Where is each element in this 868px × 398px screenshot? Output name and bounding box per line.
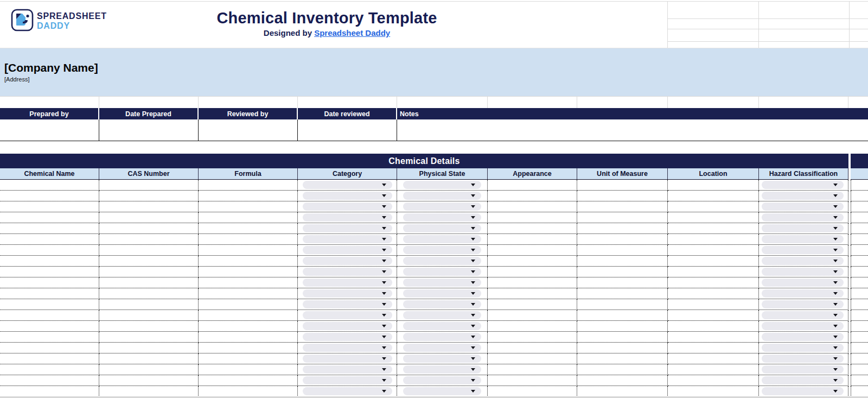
cell-cas-number[interactable] — [99, 191, 199, 201]
cell-unit-of-measure[interactable] — [577, 288, 668, 299]
cell-physical-state[interactable] — [397, 180, 488, 191]
cell-unit-of-measure[interactable] — [577, 267, 668, 277]
cell-formula[interactable] — [199, 353, 298, 364]
cell-overflow[interactable] — [851, 343, 868, 353]
cell-hazard-classification[interactable] — [759, 375, 848, 386]
cell-overflow[interactable] — [851, 201, 868, 212]
cell-overflow[interactable] — [851, 180, 868, 191]
cell-chemical-name[interactable] — [0, 343, 99, 353]
cell-physical-state[interactable] — [397, 343, 488, 353]
cell-formula[interactable] — [199, 277, 298, 288]
category-dropdown[interactable] — [303, 224, 392, 232]
physical-state-dropdown[interactable] — [403, 300, 481, 308]
cell-category[interactable] — [298, 321, 397, 332]
hazard-classification-dropdown[interactable] — [762, 333, 844, 341]
cell-physical-state[interactable] — [397, 364, 488, 375]
cell-location[interactable] — [668, 299, 759, 310]
cell-chemical-name[interactable] — [0, 256, 99, 267]
cell-cas-number[interactable] — [99, 299, 199, 310]
cell-unit-of-measure[interactable] — [577, 223, 668, 234]
cell-overflow[interactable] — [851, 256, 868, 267]
physical-state-dropdown[interactable] — [403, 224, 481, 232]
cell-cas-number[interactable] — [99, 180, 199, 191]
cell-unit-of-measure[interactable] — [577, 364, 668, 375]
cell-location[interactable] — [668, 310, 759, 321]
cell-formula[interactable] — [199, 267, 298, 277]
cell-chemical-name[interactable] — [0, 386, 99, 397]
cell-hazard-classification[interactable] — [759, 332, 848, 343]
cell-hazard-classification[interactable] — [759, 191, 848, 201]
cell-formula[interactable] — [199, 201, 298, 212]
cell-appearance[interactable] — [488, 321, 577, 332]
cell-chemical-name[interactable] — [0, 245, 99, 256]
cell-physical-state[interactable] — [397, 256, 488, 267]
cell-overflow[interactable] — [851, 353, 868, 364]
cell-location[interactable] — [668, 212, 759, 223]
physical-state-dropdown[interactable] — [403, 235, 481, 243]
cell-formula[interactable] — [199, 180, 298, 191]
empty-grid-cell[interactable] — [851, 97, 868, 108]
input-date-reviewed[interactable] — [298, 119, 397, 141]
empty-grid-cell[interactable] — [668, 97, 759, 108]
cell-cas-number[interactable] — [99, 386, 199, 397]
cell-physical-state[interactable] — [397, 375, 488, 386]
category-dropdown[interactable] — [303, 213, 392, 222]
cell-physical-state[interactable] — [397, 321, 488, 332]
cell-physical-state[interactable] — [397, 267, 488, 277]
hazard-classification-dropdown[interactable] — [762, 311, 844, 319]
cell-overflow[interactable] — [851, 277, 868, 288]
cell-unit-of-measure[interactable] — [577, 343, 668, 353]
cell-overflow[interactable] — [851, 288, 868, 299]
cell-hazard-classification[interactable] — [759, 386, 848, 397]
spreadsheet-daddy-link[interactable]: Spreadsheet Daddy — [314, 28, 390, 37]
cell-unit-of-measure[interactable] — [577, 256, 668, 267]
cell-appearance[interactable] — [488, 353, 577, 364]
category-dropdown[interactable] — [303, 279, 392, 287]
physical-state-dropdown[interactable] — [403, 257, 481, 265]
cell-appearance[interactable] — [488, 288, 577, 299]
cell-chemical-name[interactable] — [0, 310, 99, 321]
cell-unit-of-measure[interactable] — [577, 277, 668, 288]
cell-physical-state[interactable] — [397, 386, 488, 397]
cell-appearance[interactable] — [488, 299, 577, 310]
cell-physical-state[interactable] — [397, 299, 488, 310]
cell-appearance[interactable] — [488, 332, 577, 343]
cell-cas-number[interactable] — [99, 321, 199, 332]
hazard-classification-dropdown[interactable] — [762, 268, 844, 276]
cell-cas-number[interactable] — [99, 288, 199, 299]
cell-cas-number[interactable] — [99, 332, 199, 343]
input-notes[interactable] — [397, 119, 868, 141]
physical-state-dropdown[interactable] — [403, 268, 481, 276]
cell-appearance[interactable] — [488, 245, 577, 256]
cell-physical-state[interactable] — [397, 201, 488, 212]
cell-category[interactable] — [298, 212, 397, 223]
hazard-classification-dropdown[interactable] — [762, 257, 844, 265]
cell-hazard-classification[interactable] — [759, 299, 848, 310]
hazard-classification-dropdown[interactable] — [762, 246, 844, 254]
cell-chemical-name[interactable] — [0, 267, 99, 277]
cell-category[interactable] — [298, 234, 397, 245]
cell-physical-state[interactable] — [397, 191, 488, 201]
cell-chemical-name[interactable] — [0, 353, 99, 364]
cell-physical-state[interactable] — [397, 245, 488, 256]
cell-formula[interactable] — [199, 321, 298, 332]
cell-chemical-name[interactable] — [0, 223, 99, 234]
cell-cas-number[interactable] — [99, 245, 199, 256]
cell-hazard-classification[interactable] — [759, 267, 848, 277]
cell-cas-number[interactable] — [99, 364, 199, 375]
cell-hazard-classification[interactable] — [759, 223, 848, 234]
category-dropdown[interactable] — [303, 344, 392, 352]
company-address[interactable]: [Address] — [4, 76, 868, 83]
cell-chemical-name[interactable] — [0, 375, 99, 386]
hazard-classification-dropdown[interactable] — [762, 289, 844, 298]
empty-grid-cell[interactable] — [488, 97, 577, 108]
cell-overflow[interactable] — [851, 386, 868, 397]
physical-state-dropdown[interactable] — [403, 322, 481, 330]
cell-unit-of-measure[interactable] — [577, 180, 668, 191]
cell-hazard-classification[interactable] — [759, 288, 848, 299]
physical-state-dropdown[interactable] — [403, 181, 481, 189]
input-reviewed-by[interactable] — [199, 119, 298, 141]
cell-formula[interactable] — [199, 234, 298, 245]
cell-overflow[interactable] — [851, 375, 868, 386]
cell-location[interactable] — [668, 256, 759, 267]
